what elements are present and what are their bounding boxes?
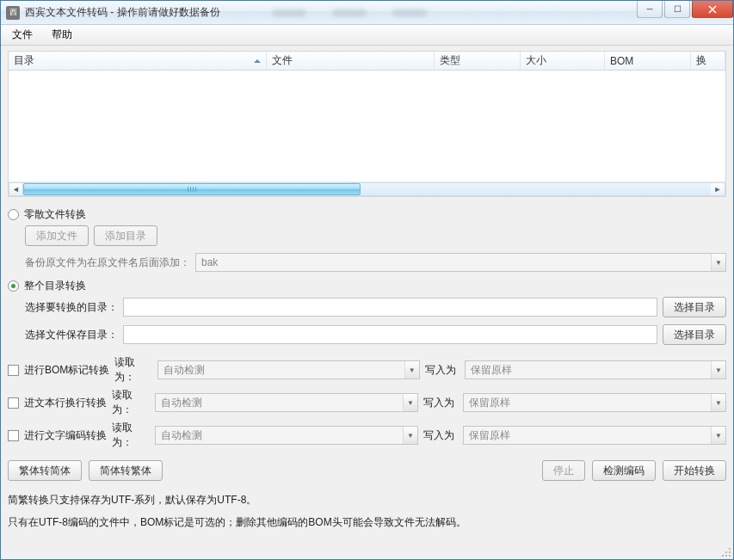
chevron-down-icon[interactable]: ▼ [403,427,417,444]
svg-rect-4 [725,555,727,557]
resize-grip[interactable] [720,546,732,558]
maximize-button[interactable]: ☐ [664,1,690,18]
bom-write-combo[interactable]: 保留原样▼ [465,360,726,379]
simp-to-trad-button[interactable]: 简体转繁体 [89,460,163,481]
radio-whole-label: 整个目录转换 [24,279,86,293]
encoding-read-label: 读取为： [112,421,150,450]
option-bom-row: 进行BOM标记转换 读取为： 自动检测▼ 写入为 保留原样▼ [8,355,726,385]
window-title: 西宾文本文件转码 - 操作前请做好数据备份 [25,5,220,20]
col-directory[interactable]: 目录 [9,52,267,70]
menu-file[interactable]: 文件 [3,25,42,45]
newline-read-label: 读取为： [112,388,150,417]
col-size[interactable]: 大小 [521,52,605,70]
col-file[interactable]: 文件 [267,52,435,70]
newline-read-combo[interactable]: 自动检测▼ [155,393,418,412]
start-convert-button[interactable]: 开始转换 [663,460,726,481]
svg-rect-3 [722,555,724,557]
dest-dir-input[interactable] [123,325,657,344]
app-icon: 西 [6,6,20,20]
close-button[interactable] [692,1,733,18]
backup-suffix-combo[interactable]: bak ▼ [195,253,726,272]
source-browse-button[interactable]: 选择目录 [663,297,726,317]
svg-rect-1 [725,551,727,553]
check-encoding[interactable] [8,430,19,441]
file-list-body[interactable] [9,71,725,182]
radio-scatter-label: 零散文件转换 [24,207,86,222]
bom-read-combo[interactable]: 自动检测▼ [157,360,419,379]
newline-write-combo[interactable]: 保留原样▼ [463,393,726,412]
horizontal-scrollbar[interactable]: ◄ ► [9,182,725,196]
svg-rect-0 [729,548,731,550]
menu-help[interactable]: 帮助 [42,25,82,45]
chevron-down-icon[interactable]: ▼ [711,427,725,444]
chevron-down-icon[interactable]: ▼ [403,394,417,411]
hint-line-2: 只有在UTF-8编码的文件中，BOM标记是可选的；删除其他编码的BOM头可能会导… [8,514,726,532]
mode-whole-row[interactable]: 整个目录转换 [8,279,726,293]
svg-rect-5 [729,555,731,557]
svg-rect-2 [729,551,731,553]
check-newline[interactable] [8,397,19,409]
stop-button[interactable]: 停止 [542,460,585,481]
hint-line-1: 简繁转换只支持保存为UTF-系列，默认保存为UTF-8。 [8,491,726,510]
scroll-left-icon[interactable]: ◄ [9,182,23,196]
encoding-write-label: 写入为 [423,428,458,443]
chevron-down-icon[interactable]: ▼ [711,394,725,411]
option-encoding-row: 进行文字编码转换 读取为： 自动检测▼ 写入为 保留原样▼ [8,421,726,450]
col-type[interactable]: 类型 [435,52,521,70]
encoding-write-combo[interactable]: 保留原样▼ [463,426,726,445]
backup-suffix-value: bak [201,256,711,268]
bom-write-label: 写入为 [425,363,460,378]
chevron-down-icon[interactable]: ▼ [404,361,419,378]
col-break[interactable]: 换 [691,52,725,70]
dest-dir-label: 选择文件保存目录： [25,328,118,342]
source-dir-input[interactable] [123,298,657,317]
titlebar-inactive-area [237,9,637,17]
trad-to-simp-button[interactable]: 繁体转简体 [8,460,82,481]
file-list-header: 目录 文件 类型 大小 BOM 换 [9,52,725,71]
mode-scatter-row[interactable]: 零散文件转换 [8,207,726,222]
radio-whole[interactable] [8,280,19,292]
detect-encoding-button[interactable]: 检测编码 [592,460,656,481]
add-file-button[interactable]: 添加文件 [25,225,89,246]
encoding-read-combo[interactable]: 自动检测▼ [155,426,418,445]
source-dir-label: 选择要转换的目录： [25,300,118,315]
chevron-down-icon[interactable]: ▼ [711,254,725,271]
newline-write-label: 写入为 [423,396,458,410]
col-bom[interactable]: BOM [605,52,691,70]
add-dir-button[interactable]: 添加目录 [94,225,157,246]
check-newline-label: 进文本行换行转换 [24,396,107,410]
bom-read-label: 读取为： [114,355,152,385]
scroll-right-icon[interactable]: ► [711,182,725,196]
scroll-thumb[interactable] [23,183,361,195]
scroll-track[interactable] [23,182,711,196]
option-newline-row: 进文本行换行转换 读取为： 自动检测▼ 写入为 保留原样▼ [8,388,726,417]
minimize-button[interactable]: ─ [637,1,663,18]
check-encoding-label: 进行文字编码转换 [24,428,107,443]
titlebar[interactable]: 西 西宾文本文件转码 - 操作前请做好数据备份 ─ ☐ [1,1,733,25]
check-bom[interactable] [8,365,19,376]
radio-scatter[interactable] [8,209,19,220]
check-bom-label: 进行BOM标记转换 [24,363,109,378]
action-bar: 繁体转简体 简体转繁体 停止 检测编码 开始转换 [8,460,726,481]
chevron-down-icon[interactable]: ▼ [711,361,725,378]
backup-suffix-label: 备份原文件为在原文件名后面添加： [25,255,190,270]
menubar: 文件 帮助 [1,25,733,46]
file-list[interactable]: 目录 文件 类型 大小 BOM 换 ◄ ► [8,51,726,197]
dest-browse-button[interactable]: 选择目录 [663,324,726,345]
